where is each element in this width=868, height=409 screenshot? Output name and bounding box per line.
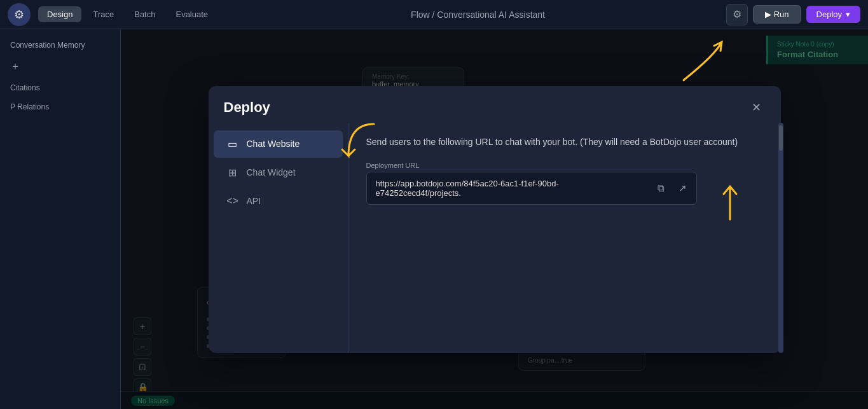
open-url-button[interactable]: ↗: [674, 179, 692, 197]
canvas: Memory Key: buffer_memory ── user_messag…: [121, 29, 868, 409]
modal-nav-label: API: [247, 196, 261, 206]
modal-title: Deploy: [224, 99, 270, 116]
chat-widget-icon: ⊞: [226, 167, 239, 179]
sidebar-add[interactable]: ＋: [0, 55, 120, 78]
deployment-url-group: Deployment URL https://app.botdojo.com/8…: [366, 162, 763, 205]
breadcrumb-current: Conversational AI Assistant: [437, 10, 545, 20]
tab-trace[interactable]: Trace: [84, 6, 123, 22]
deploy-button[interactable]: Deploy ▾: [806, 6, 860, 23]
modal-body: ▭ Chat Website ⊞ Chat Widget <> API: [209, 123, 781, 353]
modal-description: Send users to the following URL to chat …: [366, 135, 763, 149]
main-area: Conversation Memory ＋ Citations P Relati…: [0, 29, 868, 409]
nav-tabs: Design Trace Batch Evaluate: [38, 6, 217, 22]
modal-header: Deploy ✕: [209, 86, 781, 123]
app-logo: ⚙: [8, 3, 31, 26]
modal-overlay[interactable]: Deploy ✕ ▭ Chat Website ⊞ Chat Widget: [121, 29, 868, 409]
topnav: ⚙ Design Trace Batch Evaluate Flow / Con…: [0, 0, 868, 29]
api-icon: <>: [226, 195, 239, 207]
tab-evaluate[interactable]: Evaluate: [167, 6, 217, 22]
sidebar-item-label: P Relations: [10, 102, 49, 111]
modal-sidebar: ▭ Chat Website ⊞ Chat Widget <> API: [209, 123, 348, 353]
modal-nav-chat-widget[interactable]: ⊞ Chat Widget: [214, 159, 343, 186]
modal-scroll-thumb: [779, 125, 783, 151]
breadcrumb-parent: Flow: [411, 10, 430, 20]
url-actions: ⧉ ↗: [652, 179, 692, 197]
sidebar-item-conversation-memory[interactable]: Conversation Memory: [0, 36, 120, 55]
modal-nav-label: Chat Widget: [247, 167, 296, 177]
modal-main-content: Send users to the following URL to chat …: [348, 123, 781, 353]
deploy-chevron-icon: ▾: [846, 10, 850, 19]
modal-nav-api[interactable]: <> API: [214, 188, 343, 214]
nav-title: Flow / Conversational AI Assistant: [230, 10, 726, 20]
nav-right: ⚙ ▶ Run Deploy ▾: [726, 4, 860, 25]
sidebar: Conversation Memory ＋ Citations P Relati…: [0, 29, 121, 409]
modal-scrollbar[interactable]: [778, 123, 783, 353]
deploy-label: Deploy: [816, 10, 842, 19]
sidebar-item-citations[interactable]: Citations: [0, 78, 120, 97]
tab-batch[interactable]: Batch: [125, 6, 164, 22]
settings-button[interactable]: ⚙: [726, 4, 748, 25]
deploy-modal: Deploy ✕ ▭ Chat Website ⊞ Chat Widget: [209, 86, 781, 353]
add-icon: ＋: [10, 60, 20, 73]
sidebar-item-label: Citations: [10, 83, 40, 92]
copy-url-button[interactable]: ⧉: [652, 179, 670, 197]
modal-nav-chat-website[interactable]: ▭ Chat Website: [214, 130, 343, 158]
tab-design[interactable]: Design: [38, 6, 81, 22]
modal-close-button[interactable]: ✕: [748, 99, 766, 116]
sidebar-item-label: Conversation Memory: [10, 41, 85, 50]
sidebar-item-relations[interactable]: P Relations: [0, 97, 120, 116]
chat-website-icon: ▭: [226, 138, 239, 150]
deployment-url-value: https://app.botdojo.com/84f5ac20-6ac1-f1…: [366, 172, 697, 205]
run-button[interactable]: ▶ Run: [753, 5, 801, 24]
modal-nav-label: Chat Website: [247, 139, 300, 149]
url-label: Deployment URL: [366, 162, 763, 169]
